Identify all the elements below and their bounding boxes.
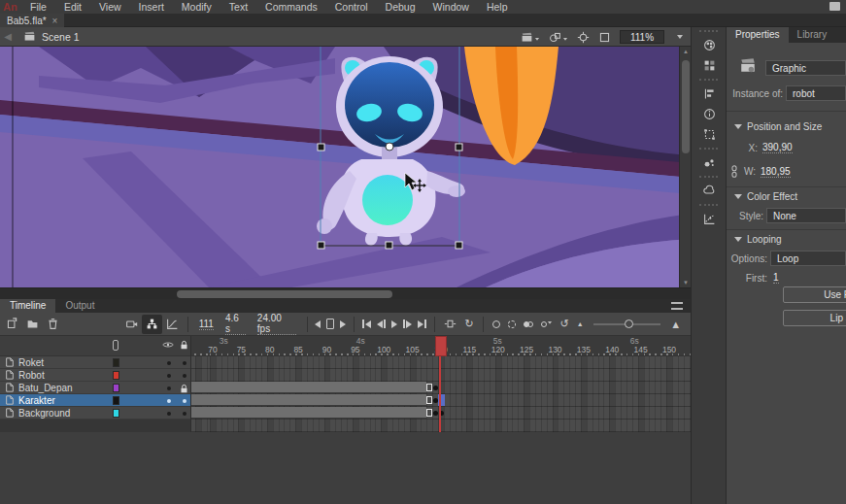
step-forward-button[interactable] xyxy=(337,320,349,328)
stage-canvas[interactable] xyxy=(0,47,691,287)
menu-text[interactable]: Text xyxy=(220,0,256,14)
timeline-ruler[interactable]: 3s4s5s6s 7075808590951001051101151201251… xyxy=(190,336,691,356)
prev-keyframe-button[interactable] xyxy=(374,319,389,328)
motion-editor-panel-button[interactable] xyxy=(692,209,728,229)
link-width-height-icon[interactable] xyxy=(729,165,739,178)
swatches-panel-button[interactable] xyxy=(692,55,728,76)
stage-vertical-scrollbar[interactable]: ▲ ▼ xyxy=(679,47,691,287)
layer-outline-color-swatch[interactable] xyxy=(113,358,119,367)
menu-help[interactable]: Help xyxy=(478,0,517,14)
menu-view[interactable]: View xyxy=(90,0,130,14)
camera-button[interactable] xyxy=(121,315,142,334)
first-frame-value[interactable]: 1 xyxy=(773,272,779,284)
center-playhead-button[interactable] xyxy=(440,315,460,334)
tab-properties[interactable]: Properties xyxy=(727,27,789,43)
layer-row-robot[interactable]: Robot xyxy=(0,369,190,382)
keyframe-dot[interactable] xyxy=(433,411,438,416)
loop-options-dropdown[interactable]: Loop xyxy=(770,251,846,266)
go-first-frame-button[interactable] xyxy=(359,319,374,328)
frame-span[interactable] xyxy=(191,394,426,406)
zoom-out-frames-button[interactable]: ▲ xyxy=(573,315,588,334)
span-end-frame[interactable] xyxy=(426,384,432,391)
frame-rate-field[interactable]: 24.00 fps xyxy=(257,313,296,335)
current-frame-field[interactable]: 111 xyxy=(199,319,214,330)
layer-visibility-toggle[interactable] xyxy=(167,412,171,416)
layer-row-background[interactable]: Background xyxy=(0,407,190,420)
edit-scene-button[interactable] xyxy=(521,31,540,44)
zoom-in-frames-button[interactable]: ▲ xyxy=(666,315,685,334)
back-arrow-icon[interactable]: ◀ xyxy=(0,31,16,42)
layer-lock-toggle[interactable] xyxy=(183,374,186,378)
tab-timeline[interactable]: Timeline xyxy=(0,299,55,313)
horizontal-scroll-thumb[interactable] xyxy=(177,290,392,298)
menu-control[interactable]: Control xyxy=(326,0,377,14)
go-last-frame-button[interactable] xyxy=(415,319,429,328)
layer-outline-color-swatch[interactable] xyxy=(113,384,119,392)
frame-size-slider[interactable] xyxy=(593,323,660,325)
scene-breadcrumb[interactable]: Scene 1 xyxy=(42,31,80,43)
layer-row-roket[interactable]: Roket xyxy=(0,356,190,369)
modify-markers-button[interactable] xyxy=(537,315,557,334)
tab-library[interactable]: Library xyxy=(789,27,836,43)
frame-span[interactable] xyxy=(191,382,426,393)
dock-grip[interactable] xyxy=(699,176,718,180)
section-color-effect[interactable]: Color Effect xyxy=(734,190,846,203)
color-panel-button[interactable] xyxy=(692,35,728,55)
transform-point[interactable] xyxy=(386,143,393,151)
new-layer-button[interactable] xyxy=(2,315,22,334)
clip-content-icon[interactable] xyxy=(598,31,611,44)
window-control-icon[interactable] xyxy=(829,2,840,11)
layer-row-karakter[interactable]: Karakter xyxy=(0,394,190,407)
layer-row-batu_depan[interactable]: Batu_Depan xyxy=(0,382,190,394)
menu-commands[interactable]: Commands xyxy=(256,0,326,14)
keyframe-dot[interactable] xyxy=(433,398,438,403)
dock-grip[interactable] xyxy=(699,148,718,151)
menu-file[interactable]: File xyxy=(21,0,55,14)
graph-view-button[interactable] xyxy=(162,315,183,334)
menu-window[interactable]: Window xyxy=(424,0,478,14)
layer-visibility-toggle[interactable] xyxy=(167,386,171,390)
layer-outline-color-swatch[interactable] xyxy=(113,396,119,405)
zoom-dropdown-icon[interactable] xyxy=(677,35,683,42)
lip-syncing-button[interactable]: Lip S xyxy=(783,310,846,326)
style-dropdown[interactable]: None xyxy=(766,208,846,223)
document-tab[interactable]: Bab5.fla* × xyxy=(0,14,64,27)
layer-visibility-toggle[interactable] xyxy=(167,361,171,365)
edit-multiple-frames-button[interactable] xyxy=(520,315,537,334)
tab-output[interactable]: Output xyxy=(55,299,104,313)
brush-library-panel-button[interactable] xyxy=(692,152,728,173)
w-value[interactable]: 180,95 xyxy=(761,166,791,178)
layer-lock-toggle[interactable] xyxy=(183,412,186,416)
visibility-column-icon[interactable] xyxy=(162,341,174,349)
use-frame-picker-button[interactable]: Use Fra xyxy=(783,286,846,303)
x-value[interactable]: 390,90 xyxy=(762,142,793,153)
dock-grip[interactable] xyxy=(699,204,718,208)
loop-playback-button[interactable]: ↻ xyxy=(460,315,477,334)
layer-locked-icon[interactable] xyxy=(180,384,188,394)
layer-lock-toggle[interactable] xyxy=(183,399,186,403)
elapsed-time-field[interactable]: 4.6 s xyxy=(225,313,246,335)
menu-insert[interactable]: Insert xyxy=(130,0,173,14)
play-button[interactable] xyxy=(389,320,400,328)
layer-lock-toggle[interactable] xyxy=(183,361,186,365)
symbol-type-dropdown[interactable]: Graphic xyxy=(765,60,846,76)
zoom-level-field[interactable]: 111% xyxy=(620,30,664,44)
slider-knob[interactable] xyxy=(625,319,633,328)
lock-column-icon[interactable] xyxy=(180,340,188,351)
parenting-view-button[interactable] xyxy=(142,315,162,334)
cc-libraries-panel-button[interactable] xyxy=(692,181,728,201)
step-back-button[interactable] xyxy=(312,320,323,328)
align-panel-button[interactable] xyxy=(692,84,728,104)
instance-name-field[interactable]: robot xyxy=(786,85,846,101)
section-looping[interactable]: Looping xyxy=(734,233,846,246)
span-end-frame[interactable] xyxy=(426,396,432,404)
delete-layer-button[interactable] xyxy=(43,315,63,334)
vertical-scroll-thumb[interactable] xyxy=(682,60,690,153)
playhead-line[interactable] xyxy=(439,356,441,432)
dock-grip[interactable] xyxy=(699,79,718,83)
span-end-frame[interactable] xyxy=(426,409,432,417)
menu-debug[interactable]: Debug xyxy=(377,0,424,14)
app-logo[interactable]: An xyxy=(0,1,21,14)
layer-visibility-toggle[interactable] xyxy=(167,399,171,403)
transform-panel-button[interactable] xyxy=(692,124,728,145)
